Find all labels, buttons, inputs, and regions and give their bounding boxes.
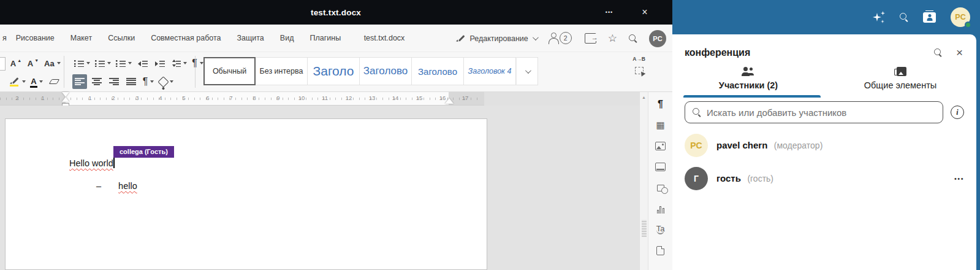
styles-gallery-expand-button[interactable]	[516, 57, 538, 85]
search-icon[interactable]	[629, 34, 637, 43]
user-avatar[interactable]: PC	[649, 30, 666, 47]
document-scrollbar[interactable]: ▲	[639, 92, 648, 270]
image-settings-icon[interactable]	[655, 141, 666, 151]
align-right-button[interactable]	[107, 74, 121, 89]
list-marker: –	[96, 181, 101, 191]
ai-sparkle-icon[interactable]	[873, 11, 885, 23]
shading-button[interactable]	[158, 74, 175, 89]
style-heading2[interactable]: Заголово	[360, 57, 412, 85]
participant-name: гость	[716, 173, 741, 183]
profile-avatar[interactable]: PC	[951, 7, 970, 27]
favorite-star-button[interactable]: ☆	[608, 32, 617, 45]
table-settings-icon[interactable]: ▦	[656, 120, 664, 130]
participant-search-input[interactable]	[707, 107, 935, 118]
decrease-indent-button[interactable]	[135, 56, 150, 71]
collaborators-count-button[interactable]: 2	[549, 31, 573, 47]
participant-row[interactable]: Г гость (гость) •••	[685, 166, 964, 191]
signature-settings-icon[interactable]	[656, 245, 664, 255]
share-button[interactable]	[585, 33, 596, 44]
ruler-number: 4	[159, 94, 162, 101]
list-item-text[interactable]: hello	[118, 181, 137, 191]
menu-item-references[interactable]: Ссылки	[100, 30, 143, 46]
contacts-icon[interactable]	[923, 12, 936, 23]
search-icon[interactable]	[900, 13, 908, 21]
window-more-button[interactable]: •••	[595, 0, 623, 25]
chart-settings-icon[interactable]	[657, 204, 664, 214]
conference-panel-body: конференция × Участники (2) Общие элемен…	[672, 34, 976, 270]
scrollbar-thumb[interactable]	[642, 220, 647, 237]
select-tool-icon[interactable]	[635, 67, 644, 74]
ruler-number: 14	[392, 94, 399, 101]
numbered-list-button[interactable]	[94, 56, 112, 71]
shared-elements-icon	[894, 67, 906, 76]
decrease-font-button[interactable]: A▼	[26, 56, 40, 71]
style-normal[interactable]: Обычный	[203, 57, 256, 85]
clear-formatting-button[interactable]	[47, 74, 61, 89]
ruler-ticks	[0, 98, 482, 100]
document-page[interactable]: collega (Гость) Hello world – hello	[5, 118, 487, 270]
right-indent-marker[interactable]	[445, 98, 454, 104]
horizontal-ruler[interactable]: 2 1 1 2 3 4 5 6 7 8 9 10 11 12 13 14 15 …	[0, 92, 484, 106]
participant-search-box[interactable]	[685, 101, 943, 123]
multilevel-list-button[interactable]	[115, 56, 133, 71]
change-case-button[interactable]: Aa	[43, 56, 62, 71]
paragraph-settings-icon[interactable]: ¶	[658, 99, 663, 109]
text-art-settings-icon[interactable]: Ta	[656, 225, 665, 234]
menu-item-collaboration[interactable]: Совместная работа	[143, 30, 229, 46]
ruler-number: 1	[41, 94, 44, 101]
collaborator-cursor-label: collega (Гость)	[113, 146, 174, 158]
font-size-input-clipped[interactable]	[0, 57, 6, 71]
panel-close-button[interactable]: ×	[956, 47, 963, 58]
line-spacing-button[interactable]	[170, 56, 188, 71]
menu-item-drawing[interactable]: Рисование	[8, 30, 63, 46]
replace-autocorrect-icon[interactable]: A→B	[632, 56, 645, 62]
align-center-button[interactable]	[89, 74, 104, 89]
ruler-number: 6	[206, 94, 209, 101]
menu-item-clipped[interactable]: я	[2, 30, 8, 46]
participant-search-row: i	[672, 98, 976, 123]
tab-participants[interactable]: Участники (2)	[672, 67, 824, 98]
style-no-spacing[interactable]: Без интерва	[256, 57, 308, 85]
editing-mode-label: Редактирование	[470, 34, 528, 43]
right-tool-sidebar: ¶ ▦ Ta	[648, 92, 672, 270]
edit-pencil-icon	[457, 34, 466, 43]
ruler-number: 9	[276, 94, 279, 101]
style-heading4[interactable]: Заголовок 4	[464, 57, 516, 85]
highlight-color-button[interactable]	[9, 74, 27, 89]
panel-search-icon[interactable]	[934, 48, 943, 57]
align-left-button[interactable]	[72, 74, 87, 89]
style-heading1[interactable]: Заголо	[308, 57, 360, 85]
editing-mode-dropdown[interactable]: Редактирование	[457, 34, 537, 43]
increase-font-button[interactable]: A▲	[9, 56, 23, 71]
shape-settings-icon[interactable]	[657, 183, 664, 193]
justify-button[interactable]	[124, 74, 139, 89]
font-color-button[interactable]: A	[29, 74, 44, 89]
ruler-number: 11	[322, 94, 328, 101]
participant-row[interactable]: PC pavel chern (модератор)	[685, 133, 964, 158]
ruler-number: 2	[15, 94, 18, 101]
tab-shared-elements[interactable]: Общие элементы	[824, 67, 976, 98]
document-canvas: collega (Гость) Hello world – hello	[0, 106, 639, 270]
person-icon	[551, 33, 556, 38]
show-paragraph-marks-button[interactable]: ¶	[141, 74, 156, 89]
increase-indent-button[interactable]	[153, 56, 167, 71]
info-icon[interactable]: i	[951, 106, 964, 119]
document-list-item[interactable]: – hello	[96, 181, 137, 191]
document-text-line[interactable]: Hello world	[69, 158, 115, 168]
bullet-list-button[interactable]	[73, 56, 91, 71]
header-footer-settings-icon[interactable]	[655, 162, 666, 172]
window-title: test.txt.docx	[311, 8, 361, 17]
style-heading3[interactable]: Заголово	[412, 57, 464, 85]
ruler-number: 17	[462, 94, 469, 101]
window-titlebar: test.txt.docx ••• ×	[0, 0, 672, 25]
participant-menu-button[interactable]: •••	[954, 175, 964, 182]
menu-item-view[interactable]: Вид	[272, 30, 302, 46]
window-close-button[interactable]: ×	[631, 0, 659, 25]
menu-item-plugins[interactable]: Плагины	[302, 30, 349, 46]
menubar-right-controls: Редактирование 2 ☆ PC	[457, 25, 666, 52]
panel-title: конференция	[685, 47, 934, 58]
scroll-up-arrow[interactable]: ▲	[640, 92, 648, 102]
document-text[interactable]: Hello world	[69, 158, 113, 168]
menu-item-protection[interactable]: Защита	[229, 30, 272, 46]
menu-item-layout[interactable]: Макет	[63, 30, 100, 46]
